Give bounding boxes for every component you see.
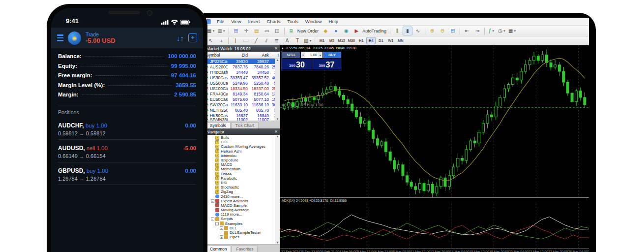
position-row[interactable]: GBPUSD, buy 1.000.001.26784 → 1.26784	[58, 162, 196, 185]
trendline-tool-button[interactable]: ╱	[251, 36, 261, 45]
navigator-item[interactable]: ƒMomentum	[205, 167, 280, 171]
collapse-node-icon[interactable]: −	[215, 222, 219, 225]
navigator-item[interactable]: ƒIchimoku	[205, 154, 280, 158]
fibonacci-tool-button[interactable]: ≣	[272, 36, 282, 45]
buy-price[interactable]: 399 37	[312, 59, 342, 69]
navigator-item[interactable]: −DLL	[205, 226, 280, 230]
column-spread[interactable]: !	[269, 53, 280, 58]
new-order-button[interactable]: 🗎	[287, 27, 296, 35]
autotrading-button[interactable]: ▶	[351, 27, 361, 35]
menu-item-tools[interactable]: Tools	[284, 19, 301, 24]
scroll-up-icon[interactable]: ▲	[276, 59, 279, 62]
vertical-line-tool-button[interactable]: |	[231, 36, 240, 45]
indicators-button[interactable]: ƒ▼	[487, 27, 497, 35]
shapes-tool-button[interactable]: ▧▼	[303, 36, 313, 45]
timeframe-h4[interactable]: H4	[366, 37, 376, 44]
terminal-toggle[interactable]: ▭	[262, 27, 272, 35]
position-row[interactable]: AUDUSD, sell 1.00-5.000.66149 → 0.66154	[58, 140, 196, 162]
text-tool-button[interactable]: A	[282, 36, 292, 45]
navigator-item[interactable]: ƒRSI	[205, 181, 280, 185]
tab-common[interactable]: Common	[205, 246, 231, 252]
market-watch-row[interactable]: ▲US500Cash5249.965250.4852	[205, 80, 280, 86]
horizontal-line-tool-button[interactable]: —	[241, 36, 251, 45]
menu-item-insert[interactable]: Insert	[245, 19, 263, 24]
new-order-icon[interactable]: +	[188, 33, 197, 42]
navigator-item[interactable]: 2430 more...	[205, 194, 280, 198]
strategy-tester-toggle[interactable]: ◫	[272, 27, 282, 35]
market-watch-row[interactable]: ▲EU50Cash5075.605077.10150	[205, 96, 280, 102]
timeframe-m5[interactable]: M5	[327, 37, 336, 44]
sort-transfer-icon[interactable]: ↓↑	[176, 34, 184, 42]
market-watch-row[interactable]: ▲NETH25C...885.40885.7030	[205, 107, 280, 113]
market-watch-scrollbar[interactable]: ▲ ▼	[275, 59, 280, 121]
market-watch-row[interactable]: ▲AUS200C...7837.767840.26250	[205, 64, 280, 69]
navigator-item[interactable]: ƒBulls	[205, 135, 280, 140]
navigator-item[interactable]: ƒCustom Moving Averages	[205, 144, 280, 149]
close-icon[interactable]: ✕	[274, 129, 278, 134]
zoom-out-button[interactable]: ⊖	[438, 27, 447, 35]
hamburger-menu-icon[interactable]	[57, 34, 63, 41]
timeframe-mn[interactable]: MN	[396, 37, 405, 44]
navigator-item[interactable]: DLLSampleTester	[205, 230, 280, 235]
tab-tick-chart[interactable]: Tick Chart	[231, 122, 259, 128]
sell-button[interactable]: SELL	[282, 52, 300, 58]
market-button[interactable]: ◉	[341, 27, 351, 35]
zoom-in-button[interactable]: ⊕	[427, 27, 437, 35]
market-watch-row[interactable]: ▲IT40Cash344483445810	[205, 69, 280, 75]
tile-windows-button[interactable]: ⊞	[448, 27, 458, 35]
navigator-item[interactable]: ƒParabolic	[205, 176, 280, 181]
market-watch-row[interactable]: ▲SWI20Cash11633.1011636.10300	[205, 102, 280, 107]
navigator-item[interactable]: ƒHeiken Ashi	[205, 149, 280, 154]
auto-scroll-button[interactable]: ⇤	[462, 27, 472, 35]
column-ask[interactable]: Ask	[248, 53, 269, 58]
community-button[interactable]: ●	[331, 27, 341, 35]
new-order-label[interactable]: New Order	[297, 29, 319, 33]
tab-favorites[interactable]: Favorites	[232, 246, 258, 252]
volume-stepper[interactable]: ▼ 1.00 ▲	[301, 52, 322, 58]
navigator-item[interactable]: ƒCCI	[205, 140, 280, 144]
menu-item-file[interactable]: File	[213, 19, 228, 24]
timeframe-m1[interactable]: M1	[317, 37, 326, 44]
volume-up-icon[interactable]: ▲	[318, 52, 322, 58]
navigator-scrollbar[interactable]: ▲ ▼	[275, 135, 280, 244]
navigator-item[interactable]: ƒiExposure	[205, 158, 280, 162]
menu-item-help[interactable]: Help	[325, 19, 342, 24]
menu-item-charts[interactable]: Charts	[263, 19, 284, 24]
navigator-item[interactable]: ƒStochastic	[205, 185, 280, 189]
navigator-item[interactable]: −Expert Advisors	[205, 199, 280, 203]
navigator-item[interactable]: ƒZigZag	[205, 189, 280, 194]
candlestick-mode-button[interactable]: ▮	[403, 27, 412, 35]
metaeditor-button[interactable]: ◆	[321, 27, 330, 35]
main-chart[interactable]: ▴ JP225Cash,H4 39875 39945 39840 39930 S…	[280, 45, 589, 197]
periods-button[interactable]: ◷▼	[497, 27, 507, 35]
navigator-toggle[interactable]: ▤	[252, 27, 262, 35]
close-icon[interactable]: ✕	[274, 46, 278, 51]
chart-shift-button[interactable]: ⇥	[472, 27, 482, 35]
label-tool-button[interactable]: T	[293, 36, 302, 45]
market-watch-toggle[interactable]: ⊞	[231, 27, 241, 35]
timeframe-m15[interactable]: M15	[337, 37, 346, 44]
navigator-item[interactable]: 1119 more...	[205, 212, 280, 217]
collapse-node-icon[interactable]: −	[211, 199, 214, 203]
navigator-item[interactable]: −Examples	[205, 221, 280, 226]
navigator-item[interactable]: Moving Average	[205, 208, 280, 212]
market-watch-row[interactable]: ▲JP225Cash39930399377	[205, 59, 280, 64]
position-row[interactable]: AUDCHF, buy 1.000.000.59812 → 0.59812	[58, 117, 196, 140]
market-watch-row[interactable]: ▲FRA40Cash8149.348150.64130	[205, 91, 280, 96]
market-watch-row[interactable]: ▲HK50Cash168271684013	[205, 113, 280, 118]
collapse-node-icon[interactable]: −	[211, 217, 214, 220]
profiles-button[interactable]: ▥▼	[216, 27, 226, 35]
market-watch-row[interactable]: ▲US30Cash39353.4739357.52405	[205, 75, 280, 80]
adx-indicator-pane[interactable]: ADX(14) 24.5098 +DI:25.8176 -DI:11.9566	[280, 197, 589, 248]
timeframe-m30[interactable]: M30	[347, 37, 356, 44]
scroll-down-icon[interactable]: ▼	[276, 118, 279, 121]
autotrading-label[interactable]: AutoTrading	[362, 29, 386, 33]
cursor-tool-button[interactable]: ↖	[206, 36, 216, 45]
navigator-item[interactable]: ƒOsMA	[205, 172, 280, 176]
volume-down-icon[interactable]: ▼	[301, 52, 305, 58]
templates-button[interactable]: ▦▼	[507, 27, 517, 35]
sell-price[interactable]: 399 30	[282, 59, 312, 69]
data-window-toggle[interactable]: ✛	[241, 27, 251, 35]
column-bid[interactable]: Bid	[228, 53, 248, 58]
channel-tool-button[interactable]: ⫽	[262, 36, 271, 45]
